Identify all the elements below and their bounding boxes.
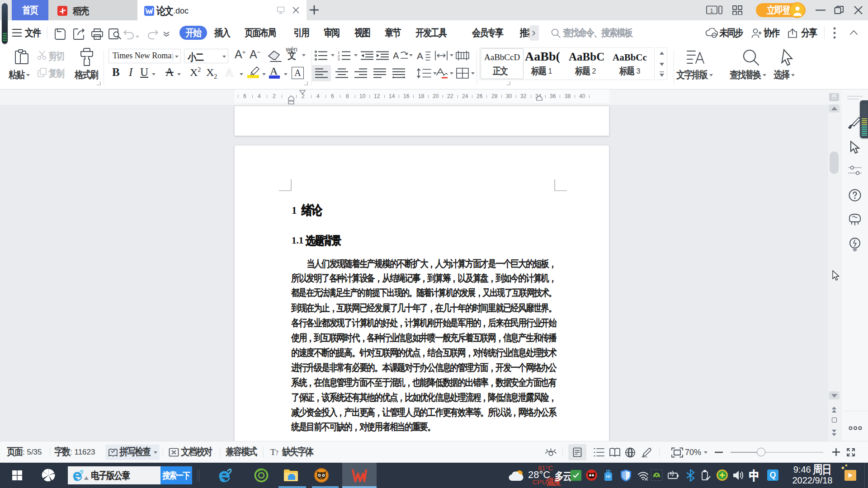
svg-text:A: A — [417, 51, 423, 61]
svg-text:3: 3 — [338, 57, 340, 61]
svg-text:A: A — [393, 51, 399, 61]
svg-text:1: 1 — [710, 7, 713, 14]
